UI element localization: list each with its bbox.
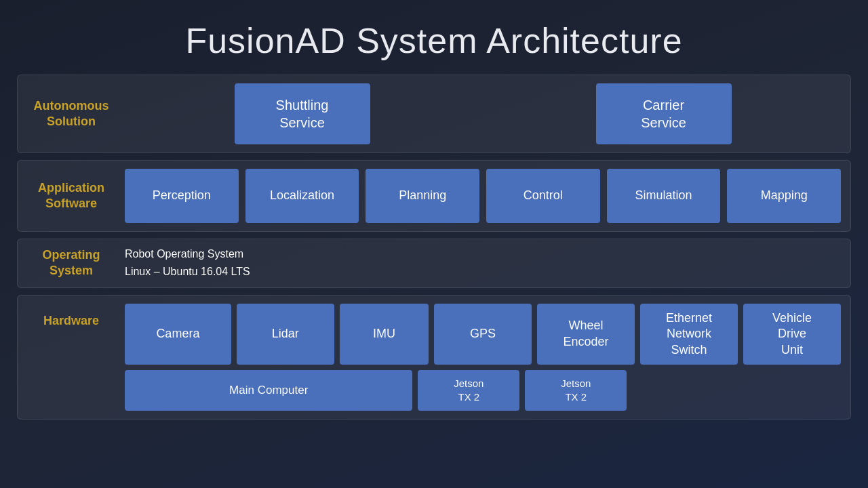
hardware-top-row: Camera Lidar IMU GPS WheelEncoder Ethern… (125, 304, 841, 365)
jetson-tx2-1-box: JetsonTX 2 (418, 370, 519, 411)
hardware-label: Hardware (27, 304, 115, 329)
autonomous-solution-row: AutonomousSolution ShuttlingService Carr… (17, 75, 851, 153)
hardware-bottom-row: Main Computer JetsonTX 2 JetsonTX 2 (125, 370, 841, 411)
page-title: FusionAD System Architecture (0, 0, 868, 75)
shuttling-service-box: ShuttlingService (235, 83, 370, 144)
application-software-row: ApplicationSoftware Perception Localizat… (17, 160, 851, 232)
os-label: OperatingSystem (27, 247, 115, 279)
hardware-content: Camera Lidar IMU GPS WheelEncoder Ethern… (125, 304, 841, 411)
autonomous-content: ShuttlingService CarrierService (125, 83, 841, 144)
imu-box: IMU (340, 304, 429, 365)
lidar-box: Lidar (237, 304, 334, 365)
mapping-box: Mapping (727, 169, 841, 223)
carrier-service-box: CarrierService (596, 83, 732, 144)
jetson-tx2-2-box: JetsonTX 2 (525, 370, 627, 411)
appsoftware-content: Perception Localization Planning Control… (125, 169, 841, 223)
operating-system-row: OperatingSystem Robot Operating System L… (17, 239, 851, 288)
architecture-diagram: AutonomousSolution ShuttlingService Carr… (0, 75, 868, 426)
simulation-box: Simulation (607, 169, 721, 223)
camera-box: Camera (125, 304, 231, 365)
os-content: Robot Operating System Linux – Ubuntu 16… (125, 248, 841, 278)
wheel-encoder-box: WheelEncoder (537, 304, 635, 365)
vehicle-drive-unit-top-box: VehicleDriveUnit (743, 304, 841, 365)
appsoftware-label: ApplicationSoftware (27, 180, 115, 212)
control-box: Control (486, 169, 600, 223)
ros-box: Robot Operating System (125, 248, 841, 260)
perception-box: Perception (125, 169, 239, 223)
gps-box: GPS (434, 304, 532, 365)
ethernet-network-switch-top-box: EthernetNetworkSwitch (640, 304, 738, 365)
autonomous-label: AutonomousSolution (27, 98, 115, 130)
hardware-row: Hardware Camera Lidar IMU GPS WheelEncod… (17, 295, 851, 420)
linux-box: Linux – Ubuntu 16.04 LTS (125, 266, 841, 278)
localization-box: Localization (245, 169, 359, 223)
main-computer-box: Main Computer (125, 370, 412, 411)
planning-box: Planning (366, 169, 479, 223)
